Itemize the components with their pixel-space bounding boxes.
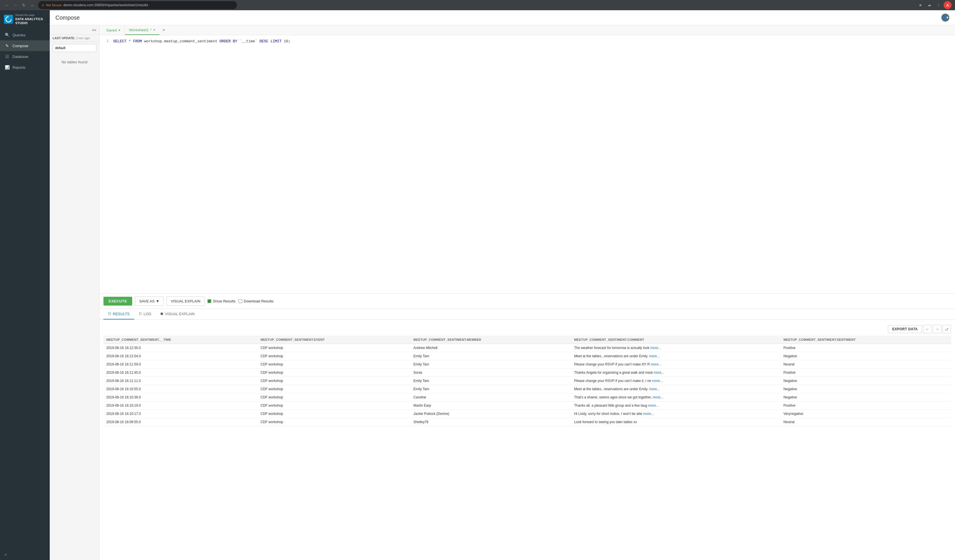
- more-link-1[interactable]: more...: [649, 354, 660, 358]
- extensions-button[interactable]: ▰: [925, 1, 933, 9]
- export-data-button[interactable]: EXPORT DATA: [888, 325, 922, 333]
- home-button[interactable]: ⌂: [29, 2, 36, 8]
- cell-member-9: Shelley78: [411, 418, 571, 426]
- browser-actions: ★ ▰ ⋮ A: [916, 1, 952, 9]
- line-number-1: 1: [103, 39, 108, 43]
- cell-event-2: CDF workshop: [258, 360, 411, 368]
- cell-event-7: CDF workshop: [258, 401, 411, 410]
- browser-nav-buttons: ← → ↻ ⌂: [3, 2, 36, 8]
- table-row: 2019-08-16 16:09:55.0 CDF workshop Shell…: [103, 418, 951, 426]
- save-as-button[interactable]: SAVE AS ▼: [135, 296, 164, 306]
- cell-event-4: CDF workshop: [258, 376, 411, 385]
- page-title: Compose: [55, 14, 80, 21]
- code-line-1: 1 SELECT * FROM workshop.meetup_comment_…: [99, 39, 955, 44]
- back-button[interactable]: ←: [3, 2, 10, 8]
- save-as-dropdown-arrow: ▼: [156, 299, 160, 303]
- no-tables-message: No tables found: [61, 60, 87, 64]
- execute-button[interactable]: EXECUTE: [103, 297, 132, 306]
- sidebar-item-database[interactable]: ☷ Database: [0, 51, 50, 62]
- cell-event-0: CDF workshop: [258, 344, 411, 352]
- tab-visual-explain[interactable]: ⬢ VISUAL EXPLAIN: [156, 309, 199, 320]
- more-link-2[interactable]: more...: [651, 362, 661, 367]
- app-logo: [4, 15, 13, 24]
- show-results-checkbox-label[interactable]: Show Results: [208, 299, 235, 303]
- tab-add-button[interactable]: +: [160, 26, 168, 34]
- cell-sentiment-8: Verynegative: [781, 410, 951, 418]
- cell-time-3: 2019-08-16 16:11:45.0: [103, 368, 258, 376]
- sidebar-item-queries[interactable]: 🔍 Queries: [0, 30, 50, 40]
- search-icon: 🔍: [5, 33, 10, 37]
- profile-icon[interactable]: A: [944, 1, 952, 9]
- cell-event-1: CDF workshop: [258, 352, 411, 360]
- sidebar-collapse-button[interactable]: «: [5, 552, 7, 557]
- col-header-sentiment: MEETUP_COMMENT_SENTIMENT.SENTIMENT: [781, 335, 951, 344]
- address-bar[interactable]: ⚠ Not Secure demo.cloudera.com:30800/#/q…: [38, 1, 237, 9]
- cell-time-8: 2019-08-16 16:10:17.0: [103, 410, 258, 418]
- db-search-input[interactable]: [53, 44, 96, 52]
- url-text: demo.cloudera.com:30800/#/queries/worksh…: [63, 3, 148, 7]
- table-expand-button[interactable]: ⥄: [942, 325, 951, 333]
- table-row: 2019-08-16 16:11:59.0 CDF workshop Emily…: [103, 360, 951, 368]
- download-results-checkbox[interactable]: [238, 299, 242, 303]
- more-link-3[interactable]: more...: [653, 371, 664, 374]
- cell-sentiment-3: Positive: [781, 368, 951, 376]
- sidebar-header[interactable]: Reload this page DATA ANALYTICS STUDIO: [0, 10, 50, 28]
- tab-close-button[interactable]: ×: [153, 28, 155, 32]
- tab-log[interactable]: ☷ LOG: [134, 309, 156, 320]
- more-link-5[interactable]: more...: [649, 387, 660, 391]
- bookmark-button[interactable]: ★: [916, 1, 924, 9]
- code-editor[interactable]: 1 SELECT * FROM workshop.meetup_comment_…: [99, 35, 955, 294]
- download-results-checkbox-label[interactable]: Download Results: [238, 299, 274, 303]
- cell-comment-8: Hi Lindy, sorry for short notice. I won'…: [571, 410, 781, 418]
- tab-worksheet1[interactable]: Worksheet1 * ×: [125, 25, 160, 35]
- table-row: 2019-08-16 16:10:55.0 CDF workshop Emily…: [103, 385, 951, 393]
- cell-time-2: 2019-08-16 16:11:59.0: [103, 360, 258, 368]
- table-header: MEETUP_COMMENT_SENTIMENT.__TIME MEETUP_C…: [103, 335, 951, 344]
- sidebar-item-label-reports: Reports: [13, 65, 26, 70]
- sidebar-footer: «: [0, 549, 50, 560]
- cell-time-9: 2019-08-16 16:09:55.0: [103, 418, 258, 426]
- tab-worksheet1-label: Worksheet1: [129, 28, 149, 32]
- cell-comment-0: The weather forecast for tomorrow is act…: [571, 344, 781, 352]
- cell-sentiment-9: Neutral: [781, 418, 951, 426]
- code-content-1: SELECT * FROM workshop.meetup_comment_se…: [113, 39, 290, 44]
- sidebar-item-reports[interactable]: 📊 Reports: [0, 62, 50, 73]
- results-icon: ☷: [108, 312, 111, 316]
- forward-button[interactable]: →: [12, 2, 19, 8]
- editor-area: Saved ▼ Worksheet1 * × + 1 SELE: [99, 25, 955, 560]
- db-sidebar-collapse-button[interactable]: ««: [92, 28, 96, 32]
- col-header-comment: MEETUP_COMMENT_SENTIMENT.COMMENT: [571, 335, 781, 344]
- log-icon: ☷: [139, 312, 142, 316]
- not-secure-label: Not Secure: [46, 3, 62, 7]
- more-link-7[interactable]: more...: [648, 404, 659, 407]
- sidebar-item-compose[interactable]: ✎ Compose: [0, 40, 50, 51]
- results-table: MEETUP_COMMENT_SENTIMENT.__TIME MEETUP_C…: [103, 335, 951, 426]
- cell-member-5: Emily Tam: [411, 385, 571, 393]
- visual-explain-button[interactable]: VISUAL EXPLAIN: [167, 296, 205, 306]
- db-sidebar-update: LAST UPDATE: 2 sec ago: [50, 35, 99, 42]
- cell-sentiment-0: Positive: [781, 344, 951, 352]
- more-link-6[interactable]: more...: [653, 395, 663, 399]
- user-menu-button[interactable]: 👤▼: [941, 14, 949, 22]
- cell-time-7: 2019-08-16 16:10:19.0: [103, 401, 258, 410]
- db-sidebar: «« LAST UPDATE: 2 sec ago No tables foun…: [50, 25, 99, 560]
- more-link-0[interactable]: more...: [650, 346, 661, 350]
- cell-event-8: CDF workshop: [258, 410, 411, 418]
- app-container: Reload this page DATA ANALYTICS STUDIO 🔍…: [0, 10, 955, 560]
- table-next-button[interactable]: →: [933, 325, 941, 333]
- menu-button[interactable]: ⋮: [935, 1, 942, 9]
- cell-sentiment-7: Positive: [781, 401, 951, 410]
- lock-icon: ⚠: [42, 3, 44, 7]
- top-bar: Compose 👤▼: [50, 10, 955, 25]
- reload-button[interactable]: ↻: [20, 2, 27, 8]
- logo-icon: [4, 15, 13, 24]
- more-link-4[interactable]: more...: [652, 379, 662, 383]
- compose-icon: ✎: [5, 43, 10, 48]
- tab-saved[interactable]: Saved ▼: [103, 26, 124, 35]
- table-prev-button[interactable]: ←: [923, 325, 932, 333]
- cell-sentiment-4: Negative: [781, 376, 951, 385]
- tab-results[interactable]: ☷ RESULTS: [103, 309, 134, 320]
- table-row: 2019-08-16 16:10:17.0 CDF workshop Jacki…: [103, 410, 951, 418]
- show-results-checkbox[interactable]: [208, 299, 211, 303]
- more-link-8[interactable]: more...: [643, 412, 654, 416]
